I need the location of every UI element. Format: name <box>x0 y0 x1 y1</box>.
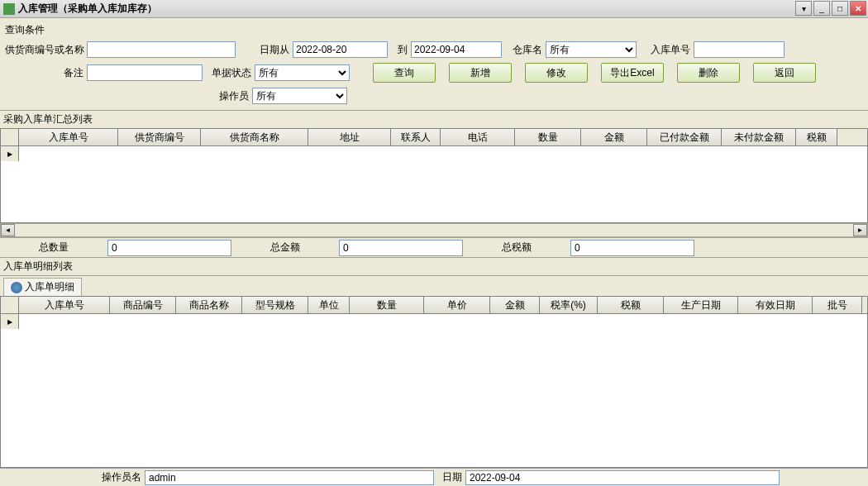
column-header[interactable]: 地址 <box>308 129 391 145</box>
detail-grid[interactable]: 入库单号商品编号商品名称型号规格单位数量单价金额税率(%)税额生产日期有效日期批… <box>0 296 868 468</box>
column-header[interactable]: 型号规格 <box>242 297 308 313</box>
date-from-input[interactable] <box>293 41 388 58</box>
date-to-input[interactable] <box>411 41 502 58</box>
order-no-input[interactable] <box>694 41 785 58</box>
close-button[interactable]: ✕ <box>850 1 866 16</box>
doc-status-select[interactable]: 所有 <box>255 64 350 81</box>
status-date-label: 日期 <box>442 470 462 484</box>
remark-label: 备注 <box>5 66 83 80</box>
detail-grid-title: 入库单明细列表 <box>0 257 868 275</box>
query-title: 查询条件 <box>5 21 863 39</box>
titlebar: 入库管理（采购单入库加库存） ▾ _ □ ✕ <box>0 0 868 18</box>
supplier-label: 供货商编号或名称 <box>5 43 83 57</box>
window-title: 入库管理（采购单入库加库存） <box>18 2 157 16</box>
return-button[interactable]: 返回 <box>753 63 816 83</box>
column-header[interactable]: 税额 <box>796 129 837 145</box>
column-header[interactable]: 单位 <box>308 297 350 313</box>
row-indicator[interactable] <box>1 314 19 329</box>
operator-select[interactable]: 所有 <box>252 88 347 104</box>
column-header[interactable]: 金额 <box>490 297 540 313</box>
date-from-label: 日期从 <box>252 43 289 57</box>
column-header[interactable]: 联系人 <box>391 129 441 145</box>
tab-detail[interactable]: 入库单明细 <box>3 278 82 296</box>
status-date-value: 2022-09-04 <box>465 470 780 485</box>
column-header[interactable]: 供货商编号 <box>118 129 201 145</box>
column-header[interactable]: 入库单号 <box>19 129 118 145</box>
query-panel: 查询条件 供货商编号或名称 日期从 到 仓库名 所有 入库单号 备注 单据状态 … <box>0 18 868 110</box>
column-header[interactable]: 电话 <box>441 129 515 145</box>
column-header[interactable]: 商品编号 <box>110 297 176 313</box>
summary-scrollbar[interactable]: ◄ ► <box>0 223 868 237</box>
column-header[interactable]: 已付款金额 <box>647 129 722 145</box>
scroll-right-button[interactable]: ► <box>853 224 867 236</box>
totals-row: 总数量 0 总金额 0 总税额 0 <box>0 237 868 257</box>
total-amount-value: 0 <box>339 240 463 256</box>
column-header[interactable]: 生产日期 <box>664 297 738 313</box>
total-amount-label: 总金额 <box>231 241 339 255</box>
order-no-label: 入库单号 <box>645 43 690 57</box>
total-qty-value: 0 <box>107 240 231 256</box>
scroll-left-button[interactable]: ◄ <box>1 224 15 236</box>
column-header[interactable]: 入库单号 <box>19 297 110 313</box>
delete-button[interactable]: 删除 <box>677 63 740 83</box>
column-header[interactable]: 有效日期 <box>738 297 813 313</box>
summary-grid[interactable]: 入库单号供货商编号供货商名称地址联系人电话数量金额已付款金额未付款金额税额 <box>0 128 868 223</box>
status-operator-value: admin <box>145 470 434 485</box>
minimize-button[interactable]: _ <box>813 1 830 16</box>
status-operator-label: 操作员名 <box>102 470 141 484</box>
total-qty-label: 总数量 <box>0 241 107 255</box>
restore-down-button[interactable]: ▾ <box>795 1 812 16</box>
warehouse-label: 仓库名 <box>505 43 542 57</box>
globe-icon <box>11 282 22 293</box>
modify-button[interactable]: 修改 <box>525 63 588 83</box>
date-to-label: 到 <box>391 43 408 57</box>
summary-grid-title: 采购入库单汇总列表 <box>0 110 868 128</box>
export-button[interactable]: 导出Excel <box>601 63 664 83</box>
status-bar: 操作员名 admin 日期 2022-09-04 <box>0 468 868 486</box>
query-button[interactable]: 查询 <box>373 63 436 83</box>
doc-status-label: 单据状态 <box>206 66 251 80</box>
row-selector-header <box>1 129 19 145</box>
column-header[interactable]: 数量 <box>350 297 424 313</box>
supplier-input[interactable] <box>87 41 236 58</box>
row-selector-header <box>1 297 19 313</box>
column-header[interactable]: 金额 <box>581 129 647 145</box>
column-header[interactable]: 未付款金额 <box>722 129 796 145</box>
maximize-button[interactable]: □ <box>832 1 848 16</box>
row-indicator[interactable] <box>1 146 19 161</box>
detail-grid-header: 入库单号商品编号商品名称型号规格单位数量单价金额税率(%)税额生产日期有效日期批… <box>1 297 867 314</box>
tab-label: 入库单明细 <box>25 280 74 294</box>
total-tax-value: 0 <box>570 240 694 256</box>
total-tax-label: 总税额 <box>463 241 570 255</box>
add-button[interactable]: 新增 <box>449 63 512 83</box>
tab-bar: 入库单明细 <box>0 275 868 296</box>
column-header[interactable]: 税率(%) <box>540 297 598 313</box>
column-header[interactable]: 单价 <box>424 297 490 313</box>
operator-label: 操作员 <box>5 89 249 103</box>
column-header[interactable]: 数量 <box>515 129 581 145</box>
remark-input[interactable] <box>87 64 203 81</box>
warehouse-select[interactable]: 所有 <box>546 41 637 58</box>
column-header[interactable]: 税额 <box>598 297 664 313</box>
app-icon <box>3 3 15 15</box>
column-header[interactable]: 批号 <box>813 297 862 313</box>
summary-grid-header: 入库单号供货商编号供货商名称地址联系人电话数量金额已付款金额未付款金额税额 <box>1 129 867 146</box>
column-header[interactable]: 商品名称 <box>176 297 242 313</box>
column-header[interactable]: 供货商名称 <box>201 129 308 145</box>
